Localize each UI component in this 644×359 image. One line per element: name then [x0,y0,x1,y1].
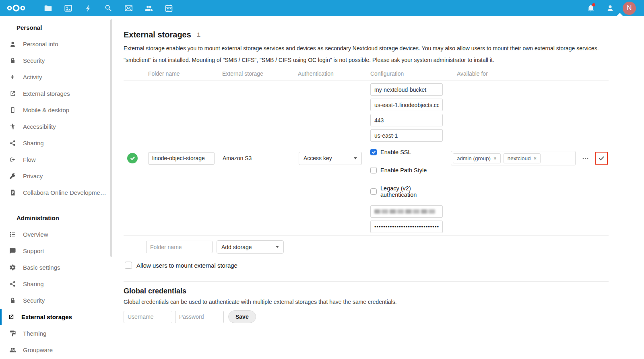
topbar-right: N [584,0,636,16]
sidebar-item-basic-settings[interactable]: Basic settings [0,259,113,276]
sidebar-item-accessibility[interactable]: Accessibility [0,118,113,135]
region-input[interactable] [370,129,443,142]
phone-icon [9,107,16,113]
folder-name-input[interactable] [148,152,215,165]
access-key-input[interactable] [370,205,443,218]
secret-key-input[interactable] [370,221,443,233]
bolt-icon [9,74,16,80]
sidebar-section-title: Personal [0,19,113,36]
sidebar-item-mobile-desktop[interactable]: Mobile & desktop [0,102,113,118]
remove-chip-icon[interactable]: × [493,155,497,161]
topbar-app-contacts[interactable] [138,0,159,16]
sidebar-item-label: Flow [23,156,36,163]
hostname-input[interactable] [370,99,443,111]
sidebar-item-privacy[interactable]: Privacy [0,168,113,184]
sidebar-item-label: Personal info [23,41,58,47]
accessibility-icon [9,123,16,130]
enable-ssl-checkbox[interactable]: Enable SSL [370,149,449,155]
authentication-select[interactable]: Access key [299,152,362,165]
notifications-button[interactable] [584,0,598,16]
sidebar-item-external-storages[interactable]: External storages [0,85,113,102]
magnifier-icon [104,4,113,12]
enable-path-style-label: Enable Path Style [380,167,427,173]
nextcloud-logo-icon[interactable] [6,3,27,13]
check-icon [599,155,605,161]
new-folder-name-input[interactable] [146,241,213,253]
topbar-app-activity[interactable] [78,0,98,16]
sidebar-item-label: Sharing [23,140,44,146]
sidebar-item-activity[interactable]: Activity [0,69,113,85]
topbar-app-search[interactable] [98,0,118,16]
enable-path-style-checkbox[interactable]: Enable Path Style [370,167,449,173]
allow-users-checkbox[interactable]: Allow users to mount external storage [125,262,609,269]
external-icon [9,90,16,97]
calendar-icon [165,4,173,12]
add-storage-select[interactable]: Add storage [217,240,284,254]
configuration-cell: Enable SSL Enable Path Style Legacy (v2)… [368,83,449,233]
save-button[interactable]: Save [228,310,256,323]
add-storage-label: Add storage [221,244,252,250]
remove-chip-icon[interactable]: × [533,155,537,161]
contacts-menu-button[interactable] [603,0,617,16]
topbar-app-files[interactable] [38,0,58,16]
global-password-input[interactable] [175,311,224,323]
unread-dot [592,3,595,6]
topbar-app-mail[interactable] [118,0,138,16]
sidebar-item-admin-sharing[interactable]: Sharing [0,276,113,292]
sidebar-item-collabora[interactable]: Collabora Online Development Edit... [0,184,113,201]
bolt-icon [84,4,93,12]
column-header-available: Available for [449,70,609,77]
sidebar-item-overview[interactable]: Overview [0,226,113,243]
enable-ssl-label: Enable SSL [380,149,411,155]
global-credentials-title: Global credentials [124,287,609,295]
sidebar-item-label: External storages [23,90,70,97]
save-storage-button[interactable] [595,152,608,165]
sidebar-item-label: Collabora Online Development Edit... [23,189,109,196]
column-header-folder: Folder name [146,70,220,77]
column-header-storage: External storage [220,70,296,77]
sidebar-item-sharing[interactable]: Sharing [0,135,113,151]
available-for-cell: admin (group) × nextcloud × [449,151,609,165]
sidebar-item-label: Groupware [23,347,53,353]
column-header-config: Configuration [368,70,449,77]
bucket-input[interactable] [370,83,443,96]
status-ok-icon [127,153,138,163]
sidebar-item-admin-security[interactable]: Security [0,292,113,309]
column-header-status [124,70,146,77]
table-header-row: Folder name External storage Authenticat… [124,70,609,81]
avatar[interactable]: N [623,2,636,15]
sidebar-item-label: External storages [21,314,72,320]
user-icon [606,4,614,12]
sidebar-section-0: PersonalPersonal infoSecurityActivityExt… [0,19,113,201]
sidebar-section-title: Administration [0,210,113,226]
sidebar-item-label: Theming [23,330,46,337]
global-username-input[interactable] [124,311,172,323]
row-options-button[interactable] [581,154,590,163]
key-icon [9,173,16,180]
sidebar-item-groupware[interactable]: Groupware [0,342,113,358]
sidebar-item-label: Security [23,297,45,304]
port-input[interactable] [370,114,443,126]
sidebar-item-theming[interactable]: Theming [0,325,113,342]
sidebar-item-personal-info[interactable]: Personal info [0,36,113,52]
people-icon [144,4,153,12]
sidebar-scrollbar[interactable] [110,19,112,257]
smbclient-warning-text: "smbclient" is not installed. Mounting o… [124,57,609,63]
sidebar-item-admin-external-storages[interactable]: External storages [0,309,113,325]
chat-icon [9,248,16,254]
sidebar-item-security[interactable]: Security [0,52,113,69]
external-storage-type: Amazon S3 [220,155,296,161]
available-for-input[interactable]: admin (group) × nextcloud × [451,151,576,165]
sidebar-item-flow[interactable]: Flow [0,151,113,168]
legacy-auth-checkbox[interactable]: Legacy (v2) authentication [370,185,449,198]
gear-icon [9,264,16,271]
topbar-app-photos[interactable] [58,0,78,16]
topbar-app-calendar[interactable] [159,0,179,16]
section-divider [124,281,609,282]
sidebar-item-label: Support [23,248,44,254]
sidebar-item-support[interactable]: Support [0,243,113,259]
sidebar-item-label: Mobile & desktop [23,107,69,113]
info-icon[interactable]: i [197,31,201,39]
status-cell [124,153,146,163]
allow-users-label: Allow users to mount external storage [136,262,237,269]
